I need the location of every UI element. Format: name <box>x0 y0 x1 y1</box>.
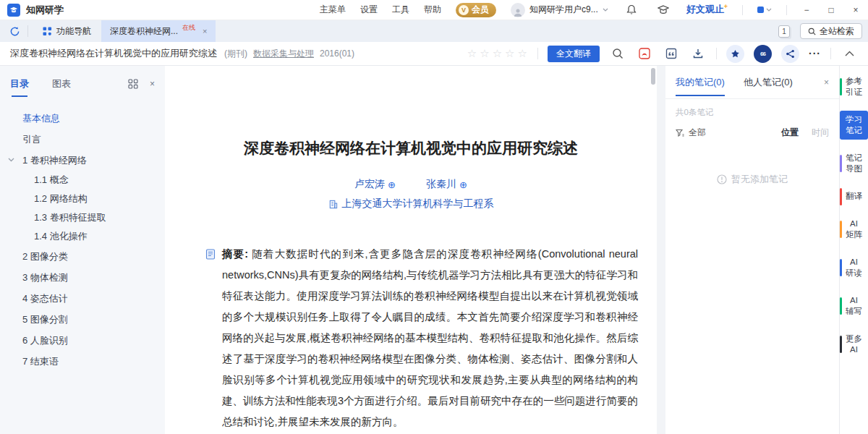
article-title: 深度卷积神经网络在计算机视觉中的应用研究综述 <box>194 138 628 158</box>
star-icon[interactable]: ☆ <box>493 47 503 60</box>
study-box-icon[interactable] <box>655 1 672 19</box>
tool-ai-reading[interactable]: AI 研读 <box>840 253 868 282</box>
tool-ai-matrix[interactable]: AI 矩阵 <box>840 215 868 244</box>
star-icon[interactable]: ☆ <box>505 47 515 60</box>
tab-figures[interactable]: 图表 <box>52 77 71 90</box>
divider <box>716 48 717 59</box>
menu-help[interactable]: 帮助 <box>424 4 441 16</box>
main-area: 目录 图表 × 基本信息 引言 1 卷积神经网络 1.1 概念 1.2 网络结构… <box>0 66 868 434</box>
blue-square-icon <box>757 7 764 13</box>
notes-count: 共0条笔记 <box>676 107 829 118</box>
online-badge: 在线 <box>182 23 195 33</box>
abstract-label: 摘要: <box>222 248 248 260</box>
scrollbar-thumb[interactable] <box>651 68 655 85</box>
search-in-doc-icon[interactable] <box>609 45 626 62</box>
toc-item-pose-estimation[interactable]: 4 姿态估计 <box>0 288 165 309</box>
document-info-bar: 深度卷积神经网络在计算机视觉中的应用研究综述 (期刊) 数据采集与处理 2016… <box>0 42 868 66</box>
promo-link[interactable]: 好文观止+ <box>686 3 728 16</box>
journal-link[interactable]: 数据采集与处理 <box>253 48 314 60</box>
vip-label: 会员 <box>472 4 489 16</box>
tab-close-icon[interactable]: × <box>203 27 207 35</box>
tool-study-notes[interactable]: 学习 笔记 <box>840 111 868 140</box>
filter-all[interactable]: 全部 <box>689 127 706 139</box>
avatar <box>511 3 525 17</box>
document-title: 深度卷积神经网络在计算机视觉中的应用研究综述 <box>10 47 217 60</box>
minimize-button[interactable]: − <box>801 5 812 15</box>
affiliation-text: 上海交通大学计算机科学与工程系 <box>342 197 494 210</box>
toc-item-object-detection[interactable]: 3 物体检测 <box>0 267 165 288</box>
tool-note-map[interactable]: 笔记 导图 <box>840 149 868 178</box>
user-account[interactable]: 知网研学用户c9... <box>511 3 608 17</box>
collapse-icon[interactable] <box>841 45 858 62</box>
refresh-icon[interactable] <box>6 22 23 40</box>
quote-icon[interactable]: 66 <box>754 45 772 63</box>
article-page: 深度卷积神经网络在计算机视觉中的应用研究综述 卢宏涛⊕ 张秦川⊕ 上海交通大学计… <box>165 66 657 434</box>
author-add-icon[interactable]: ⊕ <box>388 179 396 190</box>
full-text-translate-button[interactable]: 全文翻译 <box>548 46 600 62</box>
app-window: 知网研学 主菜单 设置 工具 帮助 V 会员 知网研学用户c9... <box>0 0 868 434</box>
menu-main[interactable]: 主菜单 <box>320 4 346 16</box>
tool-translate[interactable]: 翻译 <box>840 187 868 205</box>
sort-by-position[interactable]: 位置 <box>781 127 799 139</box>
sort-by-time[interactable]: 时间 <box>812 127 829 139</box>
notes-close-icon[interactable]: × <box>824 77 829 88</box>
tool-ai-writing[interactable]: AI 辅写 <box>840 292 868 320</box>
title-bar: 知网研学 主菜单 设置 工具 帮助 V 会员 知网研学用户c9... <box>0 0 868 20</box>
rating-stars[interactable]: ☆☆☆☆☆ <box>467 47 528 60</box>
toc-panel: 目录 图表 × 基本信息 引言 1 卷积神经网络 1.1 概念 1.2 网络结构… <box>0 66 165 434</box>
star-icon[interactable]: ☆ <box>518 47 528 60</box>
tab-others-notes[interactable]: 他人笔记(0) <box>744 76 793 89</box>
notification-bell-icon[interactable] <box>623 1 640 19</box>
toc-item-cnn[interactable]: 1 卷积神经网络 <box>0 150 165 171</box>
affiliation-row[interactable]: 上海交通大学计算机科学与工程系 <box>165 197 657 210</box>
more-actions-icon[interactable]: ··· <box>809 48 821 59</box>
username: 知网研学用户c9... <box>529 4 598 16</box>
layout-switcher[interactable] <box>757 7 772 13</box>
maximize-button[interactable]: □ <box>826 5 836 15</box>
toc-item-face-recognition[interactable]: 6 人脸识别 <box>0 330 165 351</box>
menu-settings[interactable]: 设置 <box>360 4 378 16</box>
toc-header: 目录 图表 × <box>0 77 165 90</box>
building-icon <box>328 200 338 209</box>
window-count-badge[interactable]: 1 <box>778 25 790 38</box>
toc-item-conclusion[interactable]: 7 结束语 <box>0 351 165 372</box>
author-link[interactable]: 卢宏涛⊕ <box>354 178 396 191</box>
toc-item-network-structure[interactable]: 1.2 网络结构 <box>0 190 165 208</box>
filter-funnel-icon[interactable] <box>676 129 684 137</box>
menu-tools[interactable]: 工具 <box>392 4 409 16</box>
share-icon[interactable] <box>781 45 799 63</box>
star-icon[interactable]: ☆ <box>480 47 490 60</box>
star-icon[interactable]: ☆ <box>467 47 477 60</box>
toc-list: 基本信息 引言 1 卷积神经网络 1.1 概念 1.2 网络结构 1.3 卷积特… <box>0 108 165 372</box>
grid-apps-icon <box>43 27 52 36</box>
divider <box>27 25 28 37</box>
author-add-icon[interactable]: ⊕ <box>459 179 467 190</box>
toc-item-introduction[interactable]: 引言 <box>0 129 165 150</box>
abstract-doc-icon <box>205 249 216 260</box>
pdf-icon[interactable] <box>636 45 653 62</box>
vip-badge[interactable]: V 会员 <box>456 3 496 17</box>
toc-item-pooling[interactable]: 1.4 池化操作 <box>0 227 165 246</box>
document-tab[interactable]: 深度卷积神经网... 在线 × <box>101 20 216 42</box>
tab-my-notes[interactable]: 我的笔记(0) <box>676 76 725 89</box>
notes-empty-state: 暂无添加笔记 <box>665 173 839 186</box>
toc-item-basic-info[interactable]: 基本信息 <box>0 108 165 129</box>
app-logo-icon <box>7 4 20 17</box>
nav-function-navigation[interactable]: 功能导航 <box>33 20 101 42</box>
close-button[interactable]: × <box>851 5 861 15</box>
toc-item-conv-feature[interactable]: 1.3 卷积特征提取 <box>0 208 165 227</box>
download-icon[interactable] <box>689 45 707 62</box>
toc-close-icon[interactable]: × <box>150 79 155 89</box>
toc-item-image-classification[interactable]: 2 图像分类 <box>0 246 165 267</box>
favorite-star-icon[interactable] <box>726 45 744 63</box>
chevron-down-icon[interactable] <box>8 158 14 162</box>
tool-references-citations[interactable]: 参考 引证 <box>840 72 868 101</box>
citation-icon[interactable] <box>663 45 680 62</box>
tool-more-ai[interactable]: 更多 AI <box>840 330 868 359</box>
toc-item-image-segmentation[interactable]: 5 图像分割 <box>0 309 165 330</box>
tab-catalog[interactable]: 目录 <box>10 77 29 90</box>
author-link[interactable]: 张秦川⊕ <box>426 178 467 191</box>
grid-view-icon[interactable] <box>128 79 138 89</box>
site-search-button[interactable]: 全站检索 <box>800 23 862 39</box>
toc-item-concept[interactable]: 1.1 概念 <box>0 171 165 190</box>
